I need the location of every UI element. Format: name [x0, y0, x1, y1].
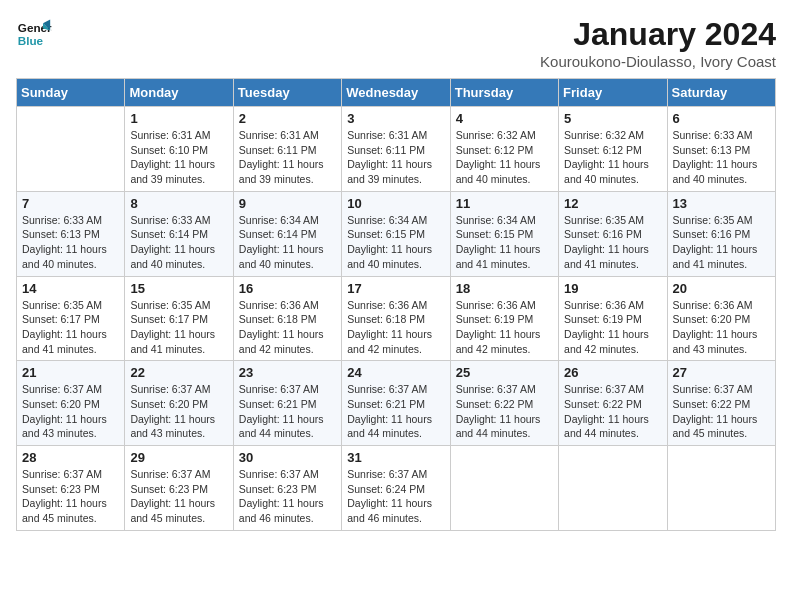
page-header: General Blue January 2024 Kouroukono-Dio…	[16, 16, 776, 70]
calendar-cell: 11Sunrise: 6:34 AMSunset: 6:15 PMDayligh…	[450, 191, 558, 276]
calendar-week-4: 21Sunrise: 6:37 AMSunset: 6:20 PMDayligh…	[17, 361, 776, 446]
calendar-cell: 19Sunrise: 6:36 AMSunset: 6:19 PMDayligh…	[559, 276, 667, 361]
day-number: 13	[673, 196, 770, 211]
calendar-cell: 8Sunrise: 6:33 AMSunset: 6:14 PMDaylight…	[125, 191, 233, 276]
day-detail: Sunrise: 6:37 AMSunset: 6:20 PMDaylight:…	[130, 382, 227, 441]
day-number: 11	[456, 196, 553, 211]
weekday-header-monday: Monday	[125, 79, 233, 107]
day-number: 30	[239, 450, 336, 465]
calendar-cell: 3Sunrise: 6:31 AMSunset: 6:11 PMDaylight…	[342, 107, 450, 192]
day-detail: Sunrise: 6:35 AMSunset: 6:16 PMDaylight:…	[564, 213, 661, 272]
day-detail: Sunrise: 6:31 AMSunset: 6:11 PMDaylight:…	[239, 128, 336, 187]
day-detail: Sunrise: 6:33 AMSunset: 6:13 PMDaylight:…	[22, 213, 119, 272]
day-number: 8	[130, 196, 227, 211]
day-number: 1	[130, 111, 227, 126]
calendar-cell: 13Sunrise: 6:35 AMSunset: 6:16 PMDayligh…	[667, 191, 775, 276]
calendar-cell: 30Sunrise: 6:37 AMSunset: 6:23 PMDayligh…	[233, 446, 341, 531]
calendar-cell: 25Sunrise: 6:37 AMSunset: 6:22 PMDayligh…	[450, 361, 558, 446]
day-detail: Sunrise: 6:34 AMSunset: 6:14 PMDaylight:…	[239, 213, 336, 272]
day-number: 18	[456, 281, 553, 296]
day-number: 25	[456, 365, 553, 380]
day-detail: Sunrise: 6:36 AMSunset: 6:18 PMDaylight:…	[239, 298, 336, 357]
day-number: 3	[347, 111, 444, 126]
day-detail: Sunrise: 6:35 AMSunset: 6:16 PMDaylight:…	[673, 213, 770, 272]
day-detail: Sunrise: 6:37 AMSunset: 6:23 PMDaylight:…	[239, 467, 336, 526]
weekday-header-saturday: Saturday	[667, 79, 775, 107]
day-detail: Sunrise: 6:37 AMSunset: 6:22 PMDaylight:…	[673, 382, 770, 441]
day-detail: Sunrise: 6:37 AMSunset: 6:23 PMDaylight:…	[22, 467, 119, 526]
calendar-cell: 21Sunrise: 6:37 AMSunset: 6:20 PMDayligh…	[17, 361, 125, 446]
calendar-cell	[667, 446, 775, 531]
day-detail: Sunrise: 6:33 AMSunset: 6:13 PMDaylight:…	[673, 128, 770, 187]
title-area: January 2024 Kouroukono-Dioulasso, Ivory…	[540, 16, 776, 70]
calendar-cell: 7Sunrise: 6:33 AMSunset: 6:13 PMDaylight…	[17, 191, 125, 276]
calendar-cell: 10Sunrise: 6:34 AMSunset: 6:15 PMDayligh…	[342, 191, 450, 276]
day-detail: Sunrise: 6:31 AMSunset: 6:10 PMDaylight:…	[130, 128, 227, 187]
day-detail: Sunrise: 6:36 AMSunset: 6:18 PMDaylight:…	[347, 298, 444, 357]
calendar-cell: 12Sunrise: 6:35 AMSunset: 6:16 PMDayligh…	[559, 191, 667, 276]
calendar-cell	[559, 446, 667, 531]
calendar-table: SundayMondayTuesdayWednesdayThursdayFrid…	[16, 78, 776, 531]
day-detail: Sunrise: 6:37 AMSunset: 6:23 PMDaylight:…	[130, 467, 227, 526]
calendar-cell: 6Sunrise: 6:33 AMSunset: 6:13 PMDaylight…	[667, 107, 775, 192]
calendar-cell: 5Sunrise: 6:32 AMSunset: 6:12 PMDaylight…	[559, 107, 667, 192]
calendar-week-3: 14Sunrise: 6:35 AMSunset: 6:17 PMDayligh…	[17, 276, 776, 361]
day-number: 12	[564, 196, 661, 211]
day-detail: Sunrise: 6:34 AMSunset: 6:15 PMDaylight:…	[347, 213, 444, 272]
calendar-cell: 9Sunrise: 6:34 AMSunset: 6:14 PMDaylight…	[233, 191, 341, 276]
day-detail: Sunrise: 6:37 AMSunset: 6:21 PMDaylight:…	[239, 382, 336, 441]
calendar-cell: 1Sunrise: 6:31 AMSunset: 6:10 PMDaylight…	[125, 107, 233, 192]
weekday-header-sunday: Sunday	[17, 79, 125, 107]
calendar-cell: 20Sunrise: 6:36 AMSunset: 6:20 PMDayligh…	[667, 276, 775, 361]
day-number: 19	[564, 281, 661, 296]
day-number: 5	[564, 111, 661, 126]
calendar-week-1: 1Sunrise: 6:31 AMSunset: 6:10 PMDaylight…	[17, 107, 776, 192]
calendar-cell: 16Sunrise: 6:36 AMSunset: 6:18 PMDayligh…	[233, 276, 341, 361]
day-number: 22	[130, 365, 227, 380]
calendar-cell: 23Sunrise: 6:37 AMSunset: 6:21 PMDayligh…	[233, 361, 341, 446]
calendar-cell: 31Sunrise: 6:37 AMSunset: 6:24 PMDayligh…	[342, 446, 450, 531]
day-number: 9	[239, 196, 336, 211]
day-detail: Sunrise: 6:37 AMSunset: 6:24 PMDaylight:…	[347, 467, 444, 526]
day-number: 10	[347, 196, 444, 211]
location-subtitle: Kouroukono-Dioulasso, Ivory Coast	[540, 53, 776, 70]
calendar-cell: 26Sunrise: 6:37 AMSunset: 6:22 PMDayligh…	[559, 361, 667, 446]
day-detail: Sunrise: 6:35 AMSunset: 6:17 PMDaylight:…	[130, 298, 227, 357]
day-detail: Sunrise: 6:35 AMSunset: 6:17 PMDaylight:…	[22, 298, 119, 357]
day-detail: Sunrise: 6:36 AMSunset: 6:19 PMDaylight:…	[564, 298, 661, 357]
calendar-week-2: 7Sunrise: 6:33 AMSunset: 6:13 PMDaylight…	[17, 191, 776, 276]
day-number: 14	[22, 281, 119, 296]
day-number: 28	[22, 450, 119, 465]
day-detail: Sunrise: 6:34 AMSunset: 6:15 PMDaylight:…	[456, 213, 553, 272]
day-detail: Sunrise: 6:31 AMSunset: 6:11 PMDaylight:…	[347, 128, 444, 187]
day-detail: Sunrise: 6:32 AMSunset: 6:12 PMDaylight:…	[564, 128, 661, 187]
calendar-cell: 18Sunrise: 6:36 AMSunset: 6:19 PMDayligh…	[450, 276, 558, 361]
day-detail: Sunrise: 6:33 AMSunset: 6:14 PMDaylight:…	[130, 213, 227, 272]
day-number: 16	[239, 281, 336, 296]
calendar-cell	[17, 107, 125, 192]
day-number: 23	[239, 365, 336, 380]
calendar-cell	[450, 446, 558, 531]
day-detail: Sunrise: 6:37 AMSunset: 6:22 PMDaylight:…	[456, 382, 553, 441]
day-number: 29	[130, 450, 227, 465]
day-number: 7	[22, 196, 119, 211]
day-number: 21	[22, 365, 119, 380]
day-detail: Sunrise: 6:37 AMSunset: 6:20 PMDaylight:…	[22, 382, 119, 441]
day-number: 24	[347, 365, 444, 380]
calendar-cell: 17Sunrise: 6:36 AMSunset: 6:18 PMDayligh…	[342, 276, 450, 361]
weekday-header-thursday: Thursday	[450, 79, 558, 107]
calendar-week-5: 28Sunrise: 6:37 AMSunset: 6:23 PMDayligh…	[17, 446, 776, 531]
day-number: 6	[673, 111, 770, 126]
day-detail: Sunrise: 6:37 AMSunset: 6:22 PMDaylight:…	[564, 382, 661, 441]
logo: General Blue	[16, 16, 52, 52]
calendar-cell: 27Sunrise: 6:37 AMSunset: 6:22 PMDayligh…	[667, 361, 775, 446]
weekday-header-wednesday: Wednesday	[342, 79, 450, 107]
weekday-header-row: SundayMondayTuesdayWednesdayThursdayFrid…	[17, 79, 776, 107]
weekday-header-tuesday: Tuesday	[233, 79, 341, 107]
svg-text:Blue: Blue	[18, 34, 44, 47]
day-detail: Sunrise: 6:36 AMSunset: 6:19 PMDaylight:…	[456, 298, 553, 357]
calendar-cell: 28Sunrise: 6:37 AMSunset: 6:23 PMDayligh…	[17, 446, 125, 531]
calendar-cell: 24Sunrise: 6:37 AMSunset: 6:21 PMDayligh…	[342, 361, 450, 446]
logo-icon: General Blue	[16, 16, 52, 52]
calendar-cell: 29Sunrise: 6:37 AMSunset: 6:23 PMDayligh…	[125, 446, 233, 531]
